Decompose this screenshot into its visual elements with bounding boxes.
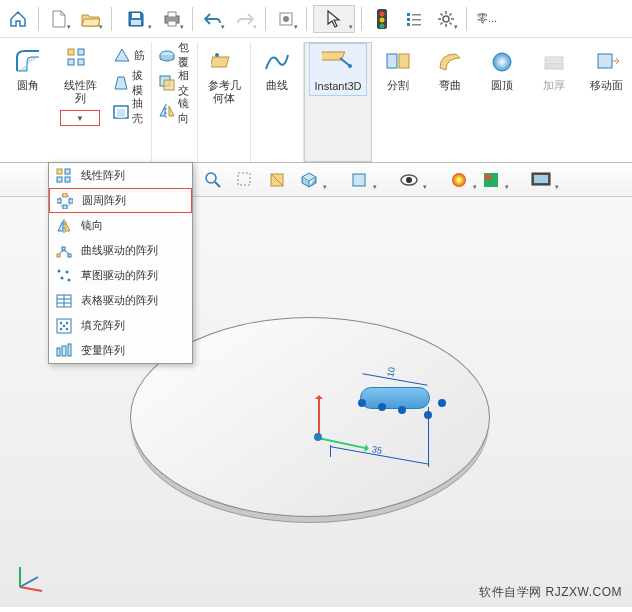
zoom-area-icon[interactable] [232,167,258,193]
traffic-light-icon[interactable] [368,5,396,33]
wrap-button[interactable]: 包覆 [156,42,193,68]
svg-rect-0 [132,13,140,18]
draft-icon [112,73,130,93]
svg-point-60 [58,269,61,272]
redo-icon[interactable] [231,5,259,33]
feature-ribbon: 圆角 线性阵 列 ▼ 筋 拔模 抽壳 包覆 相交 镜向 参考几 何体 曲 [0,38,632,163]
fillet-button[interactable]: 圆角 [6,42,50,95]
svg-rect-40 [353,174,365,186]
mirror-icon [158,101,176,121]
svg-point-17 [443,16,449,22]
move-face-button[interactable]: 移动面 [584,42,628,95]
svg-point-10 [380,23,385,28]
settings-gear-icon[interactable] [432,5,460,33]
dropdown-circular-pattern[interactable]: 圆周阵列 [49,188,192,213]
dropdown-sketch-pattern[interactable]: 草图驱动的阵列 [49,263,192,288]
pattern-dropdown-arrow[interactable]: ▼ [60,110,100,126]
table-pattern-icon [55,292,73,310]
dim-handle[interactable] [398,406,406,414]
svg-rect-56 [63,205,67,209]
svg-rect-50 [57,177,62,182]
appearance-icon[interactable] [446,167,472,193]
svg-rect-57 [57,254,60,257]
curve-pattern-icon [55,242,73,260]
svg-rect-72 [62,346,66,356]
view-triad-icon [12,555,52,595]
selection-filter-icon[interactable] [272,5,300,33]
dim-handle[interactable] [378,403,386,411]
linear-pattern-button[interactable]: 线性阵 列 [58,42,102,108]
display-style-icon[interactable] [346,167,372,193]
svg-rect-32 [399,54,409,68]
svg-rect-54 [69,199,73,203]
svg-rect-20 [68,59,74,65]
instant3d-button[interactable]: Instant3D [309,43,367,96]
svg-point-61 [66,270,69,273]
dropdown-variable-pattern[interactable]: 变量阵列 [49,338,192,363]
save-icon[interactable] [118,5,154,33]
curve-button[interactable]: 曲线 [255,42,299,95]
dim-handle[interactable] [424,411,432,419]
dim-handle[interactable] [438,399,446,407]
rib-button[interactable]: 筋 [110,42,147,68]
svg-point-6 [283,16,289,22]
dome-button[interactable]: 圆顶 [480,42,524,95]
mirror-small-icon [55,217,73,235]
split-icon [382,45,414,77]
svg-rect-47 [534,175,548,183]
svg-rect-34 [545,57,563,61]
linear-pattern-small-icon [55,167,73,185]
svg-rect-18 [68,49,74,55]
mirror-button[interactable]: 镜向 [156,98,193,124]
sketch-pattern-icon [55,267,73,285]
home-icon[interactable] [4,5,32,33]
dim-handle[interactable] [358,399,366,407]
print-icon[interactable] [158,5,186,33]
wrap-icon [158,45,176,65]
svg-rect-71 [57,348,60,356]
dropdown-linear-pattern[interactable]: 线性阵列 [49,163,192,188]
svg-rect-11 [407,13,410,16]
section-icon[interactable] [264,167,290,193]
svg-point-68 [60,327,62,329]
svg-rect-38 [238,173,250,185]
svg-rect-21 [78,59,84,65]
view-orientation-icon[interactable] [296,167,322,193]
intersect-button[interactable]: 相交 [156,70,193,96]
svg-rect-51 [65,177,70,182]
dropdown-curve-pattern[interactable]: 曲线驱动的阵列 [49,238,192,263]
quick-access-toolbar: 零... [0,0,632,38]
svg-rect-13 [407,18,410,21]
thicken-button: 加厚 [532,42,576,95]
undo-icon[interactable] [199,5,227,33]
fill-pattern-icon [55,317,73,335]
dimension-ext [330,445,331,457]
split-button[interactable]: 分割 [376,42,420,95]
open-file-icon[interactable] [77,5,105,33]
svg-point-37 [206,173,216,183]
rib-icon [112,45,132,65]
cursor-select-icon[interactable] [313,5,355,33]
svg-rect-36 [598,54,612,68]
dropdown-table-pattern[interactable]: 表格驱动的阵列 [49,288,192,313]
search-text[interactable]: 零... [473,11,497,26]
draft-button[interactable]: 拔模 [110,70,147,96]
zoom-fit-icon[interactable] [200,167,226,193]
dropdown-mirror[interactable]: 镜向 [49,213,192,238]
shell-button[interactable]: 抽壳 [110,98,147,124]
hide-show-icon[interactable] [396,167,422,193]
dropdown-fill-pattern[interactable]: 填充阵列 [49,313,192,338]
svg-rect-27 [211,57,229,67]
svg-point-62 [61,276,64,279]
new-file-icon[interactable] [45,5,73,33]
ref-geometry-button[interactable]: 参考几 何体 [202,42,246,108]
render-icon[interactable] [528,167,554,193]
svg-rect-14 [412,19,421,21]
svg-rect-59 [68,254,71,257]
svg-rect-15 [407,23,410,26]
svg-point-42 [406,177,412,183]
bend-button[interactable]: 弯曲 [428,42,472,95]
svg-point-66 [60,321,62,323]
list-icon[interactable] [400,5,428,33]
scene-icon[interactable] [478,167,504,193]
